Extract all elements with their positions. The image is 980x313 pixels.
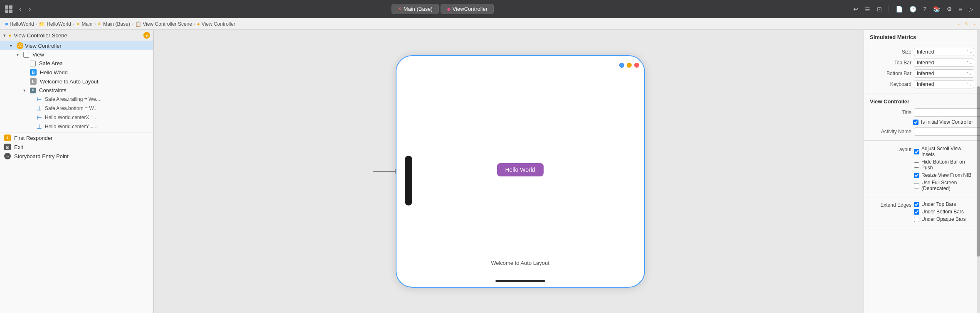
tree-view-label: View [32, 51, 44, 58]
under-bottom-row: Under Bottom Bars [914, 209, 974, 215]
simulator-icon[interactable]: ▷ [967, 5, 975, 13]
breadcrumb-main-base[interactable]: ✕ Main (Base) [97, 21, 130, 27]
vc-section: View Controller Title Is Initial View Co… [864, 93, 980, 141]
adjust-scroll-checkbox[interactable] [914, 149, 919, 154]
main-x-icon: ✕ [76, 21, 80, 27]
view-chevron-icon: ▾ [17, 52, 22, 57]
full-screen-checkbox[interactable] [914, 183, 919, 188]
is-initial-row: Is Initial View Controller [864, 118, 980, 126]
library-icon[interactable]: 📚 [931, 5, 942, 13]
help-icon[interactable]: ? [921, 5, 928, 13]
breadcrumb-forward-arrow[interactable]: › [973, 22, 975, 27]
under-bottom-checkbox[interactable] [914, 209, 919, 215]
breadcrumb-warning-icon: ⚠ [964, 21, 968, 27]
tree-item-view[interactable]: ▾ View [0, 50, 153, 59]
tab-viewcontroller[interactable]: ◆ ViewController [441, 4, 494, 14]
layout-checkboxes: Adjust Scroll View Insets Hide Bottom Ba… [914, 146, 974, 191]
nav-forward-button[interactable]: › [26, 5, 33, 14]
tree-constraint-3-label: Hello World.centerX =... [45, 115, 98, 120]
size-select[interactable]: Inferred [914, 48, 974, 56]
keyboard-label: Keyboard [870, 81, 911, 87]
extend-edges-label: Extend Edges [870, 202, 911, 208]
top-bar-select[interactable]: Inferred [914, 59, 974, 67]
vc-title-input[interactable] [914, 108, 980, 117]
new-file-icon[interactable]: 📄 [894, 5, 904, 13]
breadcrumb-vc-scene[interactable]: 📋 View Controller Scene [135, 21, 192, 27]
tree-item-constraint-4[interactable]: ⊥ Hello World.centerY =... [0, 122, 153, 131]
settings-icon[interactable]: ⚙ [945, 5, 954, 13]
breadcrumb-main[interactable]: ✕ Main [76, 21, 93, 27]
keyboard-select-wrapper[interactable]: Inferred [914, 80, 974, 88]
hide-bottom-checkbox[interactable] [914, 162, 919, 168]
bottom-bar-row: Bottom Bar Inferred [864, 68, 980, 79]
left-panel: ▾ ● View Controller Scene ● ▾ VC View Co… [0, 30, 154, 313]
bottom-bar-select[interactable]: Inferred [914, 69, 974, 78]
inspector-icon[interactable]: ≡ [957, 5, 964, 13]
refresh-icon[interactable]: ↩ [852, 5, 860, 13]
resize-nib-row: Resize View From NIB [914, 172, 974, 178]
breadcrumb-main-label: Main [82, 21, 93, 27]
full-screen-label: Use Full Screen (Deprecated) [921, 180, 974, 191]
breadcrumb-main-base-label: Main (Base) [103, 21, 130, 27]
history-icon[interactable]: 🕐 [908, 5, 918, 13]
under-top-checkbox[interactable] [914, 202, 919, 207]
tab-vc-label: ViewController [453, 6, 488, 12]
tab-main-base[interactable]: ✕ Main (Base) [392, 4, 439, 14]
breadcrumb-helloworld-2[interactable]: 📁 HelloWorld [39, 21, 71, 27]
breadcrumb: ■ HelloWorld › 📁 HelloWorld › ✕ Main › ✕… [0, 18, 980, 30]
tree-item-storyboard-entry[interactable]: → Storyboard Entry Point [0, 152, 153, 161]
under-top-label: Under Top Bars [921, 201, 956, 207]
scrollbar-track[interactable] [977, 30, 980, 313]
size-select-wrapper[interactable]: Inferred [914, 48, 974, 56]
divider [889, 5, 889, 13]
vc-icon: ● [197, 21, 200, 27]
keyboard-row: Keyboard Inferred [864, 79, 980, 90]
tree-item-safe-area[interactable]: Safe Area [0, 59, 153, 68]
resize-nib-checkbox[interactable] [914, 173, 919, 178]
breadcrumb-helloworld-1[interactable]: ■ HelloWorld [5, 21, 34, 27]
tree-item-welcome[interactable]: L Welcome to Auto Layout [0, 77, 153, 86]
first-responder-icon: 1 [4, 134, 11, 141]
activity-name-input[interactable] [914, 127, 980, 136]
tree-item-hello-world[interactable]: B Hello World [0, 68, 153, 77]
scene-badge: ● [143, 32, 150, 39]
tab-close-icon[interactable]: ✕ [398, 6, 401, 12]
helloworld-icon-1: ■ [5, 21, 8, 27]
scrollbar-thumb[interactable] [977, 86, 980, 256]
toolbar-tabs: ✕ Main (Base) ◆ ViewController [37, 4, 848, 14]
is-initial-label: Is Initial View Controller [921, 119, 973, 125]
tree-item-exit[interactable]: ⊠ Exit [0, 142, 153, 152]
folder-icon: 📁 [39, 21, 45, 27]
scene-header[interactable]: ▾ ● View Controller Scene ● [0, 30, 153, 41]
breadcrumb-back-arrow[interactable]: ‹ [958, 22, 960, 27]
tree-constraints-label: Constraints [39, 87, 66, 93]
tree-item-constraint-3[interactable]: ⊢ Hello World.centerX =... [0, 113, 153, 122]
under-opaque-row: Under Opaque Bars [914, 216, 974, 222]
tree-item-first-responder[interactable]: 1 First Responder [0, 133, 153, 142]
under-opaque-checkbox[interactable] [914, 217, 919, 222]
extend-edges-section: Extend Edges Under Top Bars Under Bottom… [864, 196, 980, 227]
tree-item-vc[interactable]: ▾ VC View Controller [0, 41, 153, 50]
tree-item-constraint-2[interactable]: ⊥ Safe Area.bottom = W... [0, 104, 153, 113]
keyboard-select[interactable]: Inferred [914, 80, 974, 88]
menu-icon[interactable]: ☰ [863, 5, 872, 13]
tree-item-constraint-1[interactable]: ⊢ Safe Area.trailing = We... [0, 95, 153, 104]
exit-icon: ⊠ [4, 144, 11, 150]
breadcrumb-vc[interactable]: ● View Controller [197, 21, 235, 27]
breadcrumb-sep-2: › [73, 22, 74, 27]
hello-world-button[interactable]: Hello World [497, 163, 543, 176]
tree-item-constraints[interactable]: ▾ ≡ Constraints [0, 86, 153, 95]
breadcrumb-helloworld-1-label: HelloWorld [10, 21, 34, 27]
entry-arrow [373, 171, 396, 172]
panel-icon[interactable]: ⊡ [875, 5, 884, 13]
top-bar-row: Top Bar Inferred [864, 57, 980, 68]
top-bar-select-wrapper[interactable]: Inferred [914, 59, 974, 67]
extend-edges-row: Extend Edges Under Top Bars Under Bottom… [864, 200, 980, 223]
safe-area-icon [30, 61, 36, 66]
bottom-bar-select-wrapper[interactable]: Inferred [914, 69, 974, 78]
layout-section: Layout Adjust Scroll View Insets Hide Bo… [864, 141, 980, 196]
under-opaque-label: Under Opaque Bars [921, 216, 966, 222]
is-initial-checkbox[interactable] [913, 120, 918, 125]
constraint-v-2-icon: ⊥ [37, 105, 42, 112]
nav-back-button[interactable]: ‹ [17, 5, 24, 14]
